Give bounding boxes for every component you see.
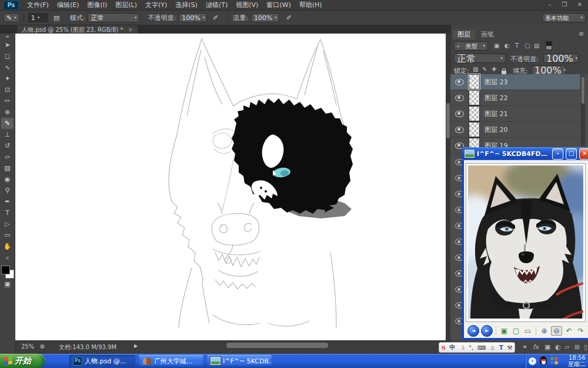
zoom-in-icon[interactable]: ⊕ [539, 327, 549, 335]
filter-smart-object-icon[interactable]: ▤ [534, 42, 539, 49]
menu-file[interactable]: 文件(F) [27, 1, 49, 9]
sogou-logo-icon[interactable]: S [441, 344, 445, 351]
adjustment-layer-icon[interactable]: ◐ [555, 343, 561, 351]
taskbar-button-qq-chat[interactable]: 广州大学城... [139, 355, 203, 367]
qq-tray-icon[interactable] [539, 356, 547, 366]
panel-menu-icon[interactable]: ≡ [579, 30, 584, 38]
new-layer-icon[interactable]: ⊞ [574, 343, 580, 351]
menu-layer[interactable]: 图层(L) [115, 1, 137, 9]
input-method-tray-icon[interactable] [550, 357, 559, 365]
eyedropper-tool[interactable]: ✏ [1, 95, 14, 107]
layer-visibility-icon[interactable] [455, 111, 464, 117]
best-fit-icon[interactable]: ▣ [499, 327, 509, 335]
brush-tool[interactable]: ✎ [1, 118, 14, 129]
filter-pixel-icon[interactable]: ▣ [494, 42, 499, 49]
viewer-title-bar[interactable]: I^F^~ 5KCDB4FDS$)N... – □ ✕ [462, 147, 588, 160]
document-canvas[interactable] [15, 34, 446, 340]
zoom-out-icon[interactable]: ⊖ [551, 326, 562, 336]
chinese-mode-icon[interactable]: 中 [449, 343, 455, 352]
collapse-panel-icon[interactable]: ◂▸ [1, 34, 14, 39]
layer-row[interactable]: 图层 22 [450, 90, 580, 106]
punctuation-icon[interactable]: °, [469, 344, 473, 351]
quick-mask-icon[interactable]: ▣ [1, 279, 14, 290]
hand-tool[interactable]: ✋ [1, 241, 14, 252]
blend-mode-select[interactable]: 正常 ▾ [88, 13, 139, 22]
taskbar-button-photoshop[interactable]: Ps 人物.psd @... [69, 355, 135, 367]
layer-thumbnail[interactable] [469, 106, 480, 121]
layer-row[interactable]: 图层 23 [450, 74, 580, 90]
status-menu-arrow-icon[interactable]: ▶ [134, 343, 138, 349]
skin-icon[interactable]: T [499, 344, 503, 351]
close-tab-icon[interactable]: × [128, 26, 132, 33]
flow-select[interactable]: 100% ▾ [251, 13, 279, 22]
layer-visibility-icon[interactable] [455, 79, 464, 85]
filter-shape-icon[interactable]: ▢ [524, 42, 530, 49]
previous-image-button[interactable]: ◄ [467, 325, 479, 337]
viewer-minimize-button[interactable]: – [552, 148, 563, 160]
blur-tool[interactable]: ◉ [1, 174, 14, 185]
start-button[interactable]: 开始 [0, 354, 45, 368]
clone-stamp-tool[interactable]: ⊥ [1, 129, 14, 140]
ps-close-button[interactable]: ✕ [574, 1, 586, 8]
dodge-tool[interactable]: ⚲ [1, 185, 14, 196]
tray-chevron-icon[interactable]: ‹ [529, 357, 536, 365]
layer-group-icon[interactable]: ▱ [564, 343, 569, 351]
person-icon[interactable]: ♙ [490, 344, 495, 351]
ps-restore-button[interactable]: ❐ [559, 1, 570, 8]
lock-position-icon[interactable]: ✚ [492, 66, 496, 72]
layer-visibility-icon[interactable] [455, 95, 464, 101]
layer-thumbnail[interactable] [469, 122, 480, 137]
zoom-tool[interactable]: ⌕ [1, 252, 14, 263]
layer-blend-mode-select[interactable]: 正常 ▾ [454, 54, 506, 63]
layer-effects-icon[interactable]: fx [533, 343, 539, 351]
layer-fill-field[interactable]: 100% ▾ [532, 65, 566, 75]
brush-size-field[interactable]: 1 ▾ [28, 13, 48, 22]
crop-tool[interactable]: ⊡ [1, 84, 14, 95]
toolbox-icon[interactable]: ⚒ [507, 344, 513, 351]
viewer-close-button[interactable]: ✕ [579, 148, 588, 160]
menu-filter[interactable]: 滤镜(T) [206, 1, 228, 9]
pen-tool[interactable]: ✒ [1, 196, 14, 207]
menu-image[interactable]: 图像(I) [87, 1, 107, 9]
foreground-color-swatch[interactable] [1, 266, 10, 274]
lasso-tool[interactable]: ∿ [1, 62, 14, 73]
layer-visibility-icon[interactable] [455, 127, 464, 133]
document-tab[interactable]: 人物.psd @ 25% (图层 23, RGB/8) * × [16, 25, 138, 34]
lock-transparency-icon[interactable]: ▨ [473, 66, 478, 72]
menu-view[interactable]: 视图(V) [236, 1, 258, 9]
taskbar-button-picture-viewer[interactable]: I^F^~ 5KCDB... [207, 355, 272, 367]
delete-layer-icon[interactable]: ▯ [584, 343, 587, 351]
tab-layers[interactable]: 图层 [453, 29, 475, 39]
airbrush-opacity-icon[interactable]: ✐ [209, 12, 222, 24]
tool-preset-picker[interactable]: ✎ ▾ [4, 13, 19, 22]
quick-selection-tool[interactable]: ✦ [1, 73, 14, 84]
rotate-left-icon[interactable]: ↶ [564, 327, 574, 335]
zoom-level[interactable]: 25% [21, 343, 34, 350]
marquee-tool[interactable]: ◻ [1, 51, 14, 62]
next-image-button[interactable]: ► [481, 325, 493, 337]
rotate-right-icon[interactable]: ↷ [576, 327, 586, 335]
shape-tool[interactable]: ▭ [1, 230, 14, 241]
eraser-tool[interactable]: ▱ [1, 151, 14, 163]
fullmoon-mode-icon[interactable]: ☽ [459, 344, 465, 351]
filter-toggle-swatch[interactable] [546, 41, 552, 50]
healing-brush-tool[interactable]: ⊕ [1, 107, 14, 118]
viewer-maximize-button[interactable]: □ [566, 148, 577, 160]
layer-thumbnail[interactable] [469, 74, 480, 89]
layer-opacity-field[interactable]: 100% ▾ [543, 54, 579, 63]
opacity-select[interactable]: 100% ▾ [179, 13, 207, 22]
layer-mask-icon[interactable]: ▣ [544, 343, 550, 351]
move-tool[interactable]: ➤ [1, 39, 14, 51]
actual-size-icon[interactable]: ▢ [511, 327, 521, 335]
link-layers-icon[interactable]: ⚭ [522, 343, 527, 351]
vertical-scrollbar[interactable] [446, 34, 450, 340]
horizontal-scrollbar-thumb[interactable] [226, 343, 328, 348]
layer-filter-select[interactable]: ⌕ 类型 ▾ [454, 41, 488, 51]
taskbar-clock[interactable]: 18:56 星期二 [568, 354, 586, 367]
gradient-tool[interactable]: ▨ [1, 163, 14, 174]
layer-thumbnail[interactable] [469, 90, 480, 105]
vertical-scrollbar-thumb[interactable] [446, 103, 450, 138]
workspace-switcher[interactable]: 基本功能 ▾ [542, 13, 586, 22]
menu-help[interactable]: 帮助(H) [299, 1, 322, 9]
color-swatches[interactable] [1, 266, 14, 279]
